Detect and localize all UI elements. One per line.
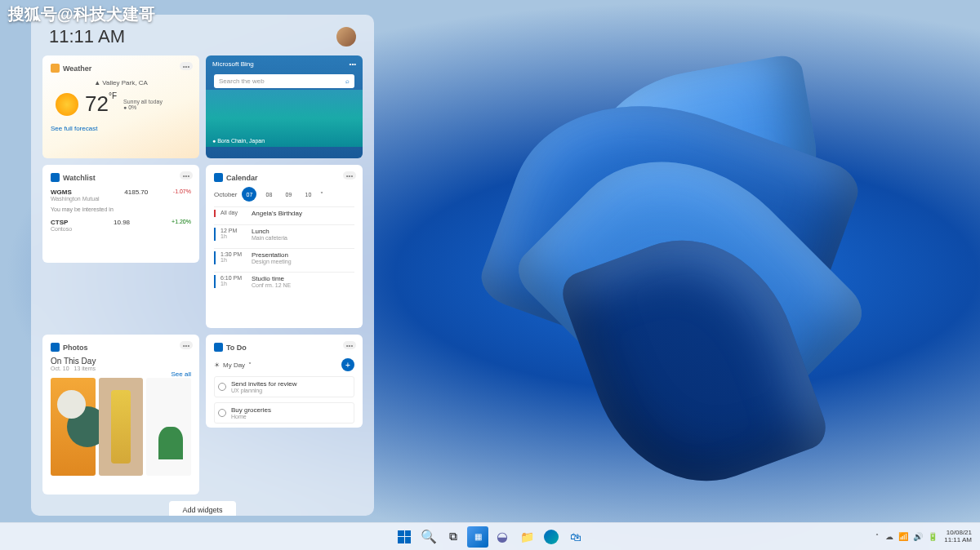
explorer-icon[interactable]: 📁	[516, 526, 537, 548]
finance-title: Watchlist	[63, 174, 96, 182]
wifi-icon[interactable]: 📶	[898, 532, 908, 541]
todo-item[interactable]: Buy groceriesHome	[214, 402, 354, 424]
calendar-widget[interactable]: Calendar ••• October 07 08 09 10 ˅ All d…	[206, 165, 363, 328]
chat-icon[interactable]: ◒	[492, 526, 513, 548]
chevron-up-icon[interactable]: ˄	[875, 533, 879, 540]
photos-see-all-link[interactable]: See all	[172, 370, 191, 378]
weather-forecast-link[interactable]: See full forecast	[51, 125, 191, 132]
search-icon[interactable]: 🔍	[418, 526, 439, 548]
volume-icon[interactable]: 🔊	[913, 532, 923, 541]
onedrive-icon[interactable]: ☁	[885, 532, 893, 541]
battery-icon[interactable]: 🔋	[928, 532, 938, 541]
widget-menu-icon[interactable]: •••	[180, 341, 193, 349]
sun-icon: ☀	[214, 361, 220, 369]
edge-icon[interactable]	[544, 530, 559, 544]
bing-widget[interactable]: Microsoft Bing••• Search the web⌕ ● Bora…	[206, 55, 363, 158]
taskview-icon[interactable]: ⧉	[443, 526, 464, 548]
add-widgets-button[interactable]: Add widgets	[169, 501, 235, 516]
widget-menu-icon[interactable]: •••	[180, 62, 193, 70]
cal-day-active[interactable]: 07	[242, 187, 256, 202]
weather-location: ▲ Valley Park, CA	[51, 79, 191, 86]
watermark-text: 搜狐号@科技犬建哥	[8, 3, 155, 25]
bing-image: ● Bora Chain, Japan	[206, 90, 363, 147]
photos-widget[interactable]: Photos ••• On This Day Oct. 1013 items S…	[42, 335, 199, 495]
photo-thumbnail[interactable]	[146, 378, 191, 476]
chevron-down-icon[interactable]: ˅	[248, 361, 252, 369]
widget-menu-icon[interactable]: •••	[343, 171, 356, 180]
chevron-down-icon[interactable]: ˅	[320, 191, 323, 198]
bing-caption: ● Bora Chain, Japan	[212, 138, 265, 144]
finance-widget[interactable]: Watchlist ••• WGMSWashington Mutual 4185…	[42, 165, 199, 263]
weather-desc: Sunny all today	[123, 99, 163, 104]
widgets-icon[interactable]: ▦	[467, 526, 488, 548]
start-button[interactable]	[394, 526, 415, 548]
bing-search-input[interactable]: Search the web⌕	[214, 74, 354, 88]
widget-menu-icon[interactable]: •••	[343, 341, 356, 349]
photo-thumbnail[interactable]	[99, 378, 144, 476]
photos-title: Photos	[63, 344, 88, 352]
photo-thumbnail[interactable]	[51, 378, 96, 476]
sun-icon	[56, 93, 78, 116]
bing-title: Microsoft Bing	[212, 60, 254, 68]
search-icon: ⌕	[345, 78, 350, 85]
calendar-title: Calendar	[226, 174, 258, 182]
user-avatar[interactable]	[336, 27, 356, 47]
todo-widget[interactable]: To Do ••• ☀ My Day ˅ + Send invites for …	[206, 335, 363, 428]
checkbox-icon[interactable]	[218, 383, 226, 391]
todo-item[interactable]: Send invites for reviewUX planning	[214, 376, 354, 397]
weather-temp: 72	[85, 91, 109, 116]
tray-time: 11:11 AM	[944, 537, 972, 544]
widget-menu-icon[interactable]: •••	[180, 171, 193, 180]
weather-widget[interactable]: Weather ••• ▲ Valley Park, CA 72°F Sunny…	[42, 55, 199, 158]
todo-add-button[interactable]: +	[341, 358, 354, 371]
taskbar: 🔍 ⧉ ▦ ◒ 📁 🛍 ˄ ☁ 📶 🔊 🔋 10/08/21 11:11 AM	[0, 522, 980, 550]
system-tray[interactable]: ˄ ☁ 📶 🔊 🔋 10/08/21 11:11 AM	[875, 530, 972, 544]
todo-title: To Do	[226, 344, 247, 352]
widgets-panel: 11:11 AM Weather ••• ▲ Valley Park, CA 7…	[31, 15, 374, 516]
panel-time: 11:11 AM	[49, 26, 125, 47]
store-icon[interactable]: 🛍	[565, 526, 586, 548]
checkbox-icon[interactable]	[218, 409, 226, 417]
weather-title: Weather	[63, 64, 91, 73]
